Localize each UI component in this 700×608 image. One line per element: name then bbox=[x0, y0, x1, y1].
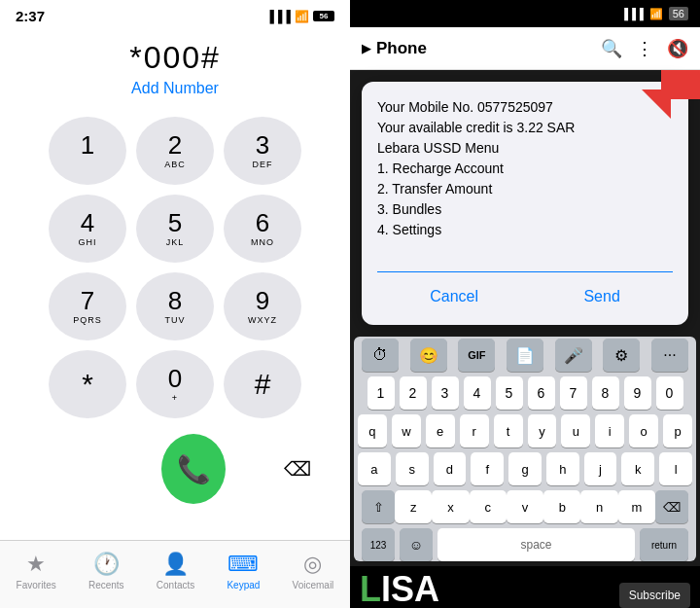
key-q[interactable]: q bbox=[358, 414, 387, 447]
key-s[interactable]: s bbox=[396, 452, 429, 485]
key-l[interactable]: l bbox=[659, 452, 692, 485]
backspace-key[interactable]: ⌫ bbox=[655, 490, 688, 523]
shift-key[interactable]: ⇧ bbox=[362, 490, 395, 523]
tab-recents-label: Recents bbox=[88, 580, 124, 590]
dial-0[interactable]: 0 + bbox=[136, 350, 214, 418]
key-n[interactable]: n bbox=[580, 490, 617, 523]
key-x[interactable]: x bbox=[432, 490, 469, 523]
key-w[interactable]: w bbox=[392, 414, 421, 447]
key-b[interactable]: b bbox=[543, 490, 580, 523]
delete-button[interactable]: ⌫ bbox=[284, 457, 311, 481]
dial-1[interactable]: 1 bbox=[49, 117, 126, 185]
key-4[interactable]: 4 bbox=[464, 376, 491, 410]
voicemail-icon: ◎ bbox=[303, 552, 322, 577]
mute-icon[interactable]: 🔇 bbox=[667, 38, 688, 59]
num-row: 1 2 3 4 5 6 7 8 9 0 bbox=[358, 376, 692, 410]
tab-favorites[interactable]: ★ Favorites bbox=[17, 552, 56, 590]
dial-5[interactable]: 5 JKL bbox=[136, 195, 214, 263]
dial-hash[interactable]: # bbox=[224, 350, 301, 418]
right-phone-panel: ▐▐▐ 📶 56 ▶ Phone 🔍 ⋮ 🔇 Your Mobile No. 0… bbox=[350, 0, 700, 608]
keyboard-area: ⏱ 😊 GIF 📄 🎤 ⚙ ··· 1 2 3 4 5 6 7 8 9 0 q … bbox=[354, 337, 696, 561]
status-time: 2:37 bbox=[16, 8, 45, 24]
mic-key[interactable]: 🎤 bbox=[555, 339, 592, 372]
space-key[interactable]: space bbox=[438, 528, 635, 561]
tab-bar: ★ Favorites 🕐 Recents 👤 Contacts ⌨ Keypa… bbox=[0, 540, 350, 608]
ussd-input[interactable] bbox=[377, 251, 673, 267]
key-v[interactable]: v bbox=[507, 490, 543, 523]
key-h[interactable]: h bbox=[546, 452, 579, 485]
key-2[interactable]: 2 bbox=[400, 376, 427, 410]
dial-9[interactable]: 9 WXYZ bbox=[224, 272, 301, 340]
return-key[interactable]: return bbox=[640, 528, 688, 561]
key-p[interactable]: p bbox=[663, 414, 692, 447]
add-number-link[interactable]: Add Number bbox=[131, 80, 219, 97]
key-a[interactable]: a bbox=[358, 452, 391, 485]
tab-recents[interactable]: 🕐 Recents bbox=[88, 552, 124, 590]
dial-4[interactable]: 4 GHI bbox=[49, 195, 126, 263]
key-8[interactable]: 8 bbox=[592, 376, 619, 410]
tab-voicemail[interactable]: ◎ Voicemail bbox=[293, 552, 334, 590]
call-button[interactable]: 📞 bbox=[161, 434, 226, 504]
dial-2[interactable]: 2 ABC bbox=[136, 117, 214, 185]
dial-star[interactable]: * bbox=[49, 350, 126, 418]
dial-3[interactable]: 3 DEF bbox=[224, 117, 301, 185]
signal-icon: ▐▐▐ bbox=[265, 10, 291, 23]
emoji-switch-key[interactable]: ☺ bbox=[400, 528, 433, 561]
key-i[interactable]: i bbox=[595, 414, 624, 447]
gear-key[interactable]: ⚙ bbox=[603, 339, 640, 372]
key-o[interactable]: o bbox=[629, 414, 658, 447]
key-r[interactable]: r bbox=[460, 414, 489, 447]
right-signal-icon: ▐▐▐ bbox=[620, 8, 643, 19]
tab-voicemail-label: Voicemail bbox=[293, 580, 334, 590]
key-1[interactable]: 1 bbox=[368, 376, 395, 410]
search-icon[interactable]: 🔍 bbox=[601, 38, 622, 59]
key-f[interactable]: f bbox=[471, 452, 504, 485]
svg-marker-0 bbox=[642, 70, 700, 119]
smiley-key[interactable]: 😊 bbox=[410, 339, 447, 372]
ussd-input-area[interactable] bbox=[377, 250, 673, 272]
dots-key[interactable]: ··· bbox=[651, 339, 688, 372]
key-6[interactable]: 6 bbox=[528, 376, 555, 410]
key-e[interactable]: e bbox=[426, 414, 455, 447]
favorites-icon: ★ bbox=[26, 552, 46, 577]
subscribe-button[interactable]: Subscribe bbox=[619, 583, 690, 608]
num-switch-key[interactable]: 123 bbox=[362, 528, 395, 561]
red-arrow-icon bbox=[642, 70, 700, 119]
emoji-key[interactable]: ⏱ bbox=[362, 339, 399, 372]
lisa-text: LISA bbox=[360, 569, 455, 608]
tab-keypad[interactable]: ⌨ Keypad bbox=[227, 552, 260, 590]
ussd-button-row: Cancel Send bbox=[377, 284, 673, 309]
key-u[interactable]: u bbox=[561, 414, 590, 447]
key-g[interactable]: g bbox=[508, 452, 542, 485]
key-3[interactable]: 3 bbox=[432, 376, 459, 410]
key-k[interactable]: k bbox=[621, 452, 654, 485]
ussd-line1: Your Mobile No. 0577525097 bbox=[377, 97, 673, 118]
media-key[interactable]: 📄 bbox=[507, 339, 543, 372]
key-7[interactable]: 7 bbox=[560, 376, 587, 410]
key-9[interactable]: 9 bbox=[624, 376, 651, 410]
tab-keypad-label: Keypad bbox=[227, 580, 260, 590]
send-button[interactable]: Send bbox=[564, 284, 639, 309]
dial-8[interactable]: 8 TUV bbox=[136, 272, 214, 340]
tab-contacts[interactable]: 👤 Contacts bbox=[157, 552, 194, 590]
app-title-area: ▶ Phone bbox=[362, 39, 427, 58]
dial-6[interactable]: 6 MNO bbox=[224, 195, 301, 263]
more-icon[interactable]: ⋮ bbox=[636, 38, 653, 59]
key-t[interactable]: t bbox=[494, 414, 523, 447]
key-z[interactable]: z bbox=[395, 490, 432, 523]
key-m[interactable]: m bbox=[618, 490, 655, 523]
dialed-number: *000# bbox=[129, 40, 221, 76]
key-y[interactable]: y bbox=[528, 414, 557, 447]
right-status-bar: ▐▐▐ 📶 56 bbox=[350, 0, 700, 27]
dial-7[interactable]: 7 PQRS bbox=[49, 272, 126, 340]
key-5[interactable]: 5 bbox=[496, 376, 523, 410]
key-c[interactable]: c bbox=[470, 490, 507, 523]
gif-key[interactable]: GIF bbox=[458, 339, 495, 372]
qwerty-row3: ⇧ z x c v b n m ⌫ bbox=[358, 490, 692, 523]
phone-icon: 📞 bbox=[177, 453, 211, 485]
key-0[interactable]: 0 bbox=[656, 376, 683, 410]
key-j[interactable]: j bbox=[584, 452, 617, 485]
delete-icon: ⌫ bbox=[284, 458, 311, 480]
cancel-button[interactable]: Cancel bbox=[410, 284, 498, 309]
key-d[interactable]: d bbox=[434, 452, 467, 485]
